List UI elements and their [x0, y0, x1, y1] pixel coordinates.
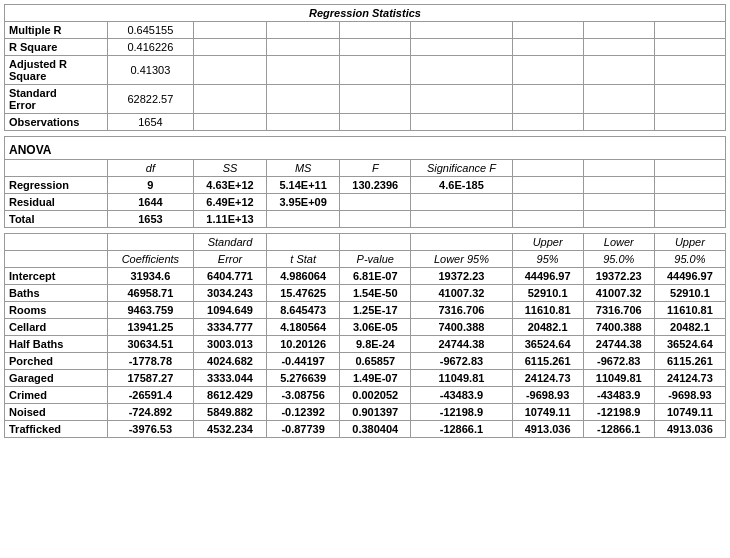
- coeff-cellard-lower950: 7400.388: [583, 319, 654, 336]
- anova-residual-df: 1644: [107, 194, 193, 211]
- empty: [340, 234, 411, 251]
- coeff-col-pvalue: P-value: [340, 251, 411, 268]
- anova-col-ss: SS: [193, 160, 266, 177]
- coeff-noised-se: 5849.882: [193, 404, 266, 421]
- anova-regression-ss: 4.63E+12: [193, 177, 266, 194]
- coeff-intercept-coeff: 31934.6: [107, 268, 193, 285]
- anova-regression-label: Regression: [5, 177, 108, 194]
- empty: [512, 114, 583, 131]
- empty: [107, 234, 193, 251]
- anova-residual-ms: 3.95E+09: [267, 194, 340, 211]
- coeff-baths-lower950: 41007.32: [583, 285, 654, 302]
- coeff-crimed-upper95: -9698.93: [512, 387, 583, 404]
- empty: [583, 160, 654, 177]
- coeff-col-tstat: t Stat: [267, 251, 340, 268]
- empty: [411, 56, 512, 85]
- coeff-col-se-header: Standard: [193, 234, 266, 251]
- anova-total-label: Total: [5, 211, 108, 228]
- empty: [411, 234, 512, 251]
- coeff-crimed-upper950: -9698.93: [654, 387, 725, 404]
- empty: [267, 85, 340, 114]
- anova-regression-f: 130.2396: [340, 177, 411, 194]
- empty: [583, 114, 654, 131]
- empty: [512, 56, 583, 85]
- coeff-trafficked-se: 4532.234: [193, 421, 266, 438]
- anova-col-df: df: [107, 160, 193, 177]
- coeff-garaged-se: 3333.044: [193, 370, 266, 387]
- coeff-intercept-lower95: 19372.23: [411, 268, 512, 285]
- coeff-garaged-upper950: 24124.73: [654, 370, 725, 387]
- coeff-intercept-label: Intercept: [5, 268, 108, 285]
- coeff-porched-se: 4024.682: [193, 353, 266, 370]
- coeff-halfbaths-coeff: 30634.51: [107, 336, 193, 353]
- coeff-trafficked-coeff: -3976.53: [107, 421, 193, 438]
- empty: [512, 211, 583, 228]
- coeff-crimed-coeff: -26591.4: [107, 387, 193, 404]
- empty: [340, 85, 411, 114]
- coeff-porched-pvalue: 0.65857: [340, 353, 411, 370]
- coeff-col-lower950-header: Lower: [583, 234, 654, 251]
- coeff-garaged-tstat: 5.276639: [267, 370, 340, 387]
- coeff-trafficked-tstat: -0.87739: [267, 421, 340, 438]
- coeff-cellard-coeff: 13941.25: [107, 319, 193, 336]
- empty: [5, 251, 108, 268]
- coeff-col-coeff: Coefficients: [107, 251, 193, 268]
- anova-regression-df: 9: [107, 177, 193, 194]
- coeff-noised-lower95: -12198.9: [411, 404, 512, 421]
- anova-residual-label: Residual: [5, 194, 108, 211]
- coeff-rooms-upper95: 11610.81: [512, 302, 583, 319]
- coeff-baths-upper950: 52910.1: [654, 285, 725, 302]
- empty: [583, 85, 654, 114]
- empty: [267, 22, 340, 39]
- coeff-col-upper95-header: Upper: [512, 234, 583, 251]
- empty: [411, 22, 512, 39]
- coeff-crimed-pvalue: 0.002052: [340, 387, 411, 404]
- coeff-halfbaths-lower95: 24744.38: [411, 336, 512, 353]
- coeff-garaged-label: Garaged: [5, 370, 108, 387]
- coeff-cellard-tstat: 4.180564: [267, 319, 340, 336]
- empty: [267, 39, 340, 56]
- coeff-baths-pvalue: 1.54E-50: [340, 285, 411, 302]
- coeff-porched-lower950: -9672.83: [583, 353, 654, 370]
- r-square-value: 0.416226: [107, 39, 193, 56]
- coeff-noised-upper950: 10749.11: [654, 404, 725, 421]
- coeff-halfbaths-pvalue: 9.8E-24: [340, 336, 411, 353]
- coeff-garaged-upper95: 24124.73: [512, 370, 583, 387]
- coeff-intercept-upper95: 44496.97: [512, 268, 583, 285]
- empty: [512, 194, 583, 211]
- coeff-trafficked-lower95: -12866.1: [411, 421, 512, 438]
- empty: [193, 22, 266, 39]
- coeff-halfbaths-upper95: 36524.64: [512, 336, 583, 353]
- anova-col-f: F: [340, 160, 411, 177]
- empty: [340, 114, 411, 131]
- coeff-noised-label: Noised: [5, 404, 108, 421]
- coeff-trafficked-lower950: -12866.1: [583, 421, 654, 438]
- empty: [193, 39, 266, 56]
- coeff-baths-lower95: 41007.32: [411, 285, 512, 302]
- coeff-porched-coeff: -1778.78: [107, 353, 193, 370]
- coeff-porched-tstat: -0.44197: [267, 353, 340, 370]
- empty: [583, 56, 654, 85]
- empty: [654, 160, 725, 177]
- empty: [583, 22, 654, 39]
- empty: [512, 22, 583, 39]
- multiple-r-label: Multiple R: [5, 22, 108, 39]
- coeff-intercept-lower950: 19372.23: [583, 268, 654, 285]
- coeff-trafficked-label: Trafficked: [5, 421, 108, 438]
- coeff-cellard-upper95: 20482.1: [512, 319, 583, 336]
- empty: [267, 211, 340, 228]
- empty: [340, 194, 411, 211]
- empty: [654, 177, 725, 194]
- coeff-cellard-upper950: 20482.1: [654, 319, 725, 336]
- empty: [654, 56, 725, 85]
- empty: [654, 85, 725, 114]
- observations-label: Observations: [5, 114, 108, 131]
- anova-total-ss: 1.11E+13: [193, 211, 266, 228]
- coeff-cellard-label: Cellard: [5, 319, 108, 336]
- coeff-crimed-tstat: -3.08756: [267, 387, 340, 404]
- coeff-halfbaths-se: 3003.013: [193, 336, 266, 353]
- empty: [654, 22, 725, 39]
- coeff-baths-coeff: 46958.71: [107, 285, 193, 302]
- coeff-col-lower95: Lower 95%: [411, 251, 512, 268]
- anova-regression-sigf: 4.6E-185: [411, 177, 512, 194]
